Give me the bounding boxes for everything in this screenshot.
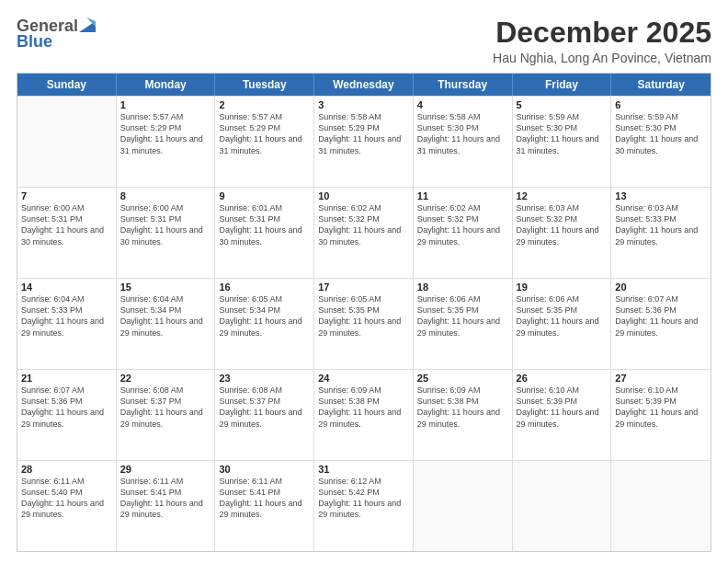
calendar-cell: 9Sunrise: 6:01 AMSunset: 5:31 PMDaylight… [215, 188, 314, 278]
day-info: Sunrise: 6:02 AMSunset: 5:32 PMDaylight:… [318, 202, 409, 247]
day-number: 3 [318, 99, 409, 110]
day-info: Sunrise: 5:59 AMSunset: 5:30 PMDaylight:… [517, 111, 608, 156]
title-section: December 2025 Hau Nghia, Long An Povince… [493, 17, 711, 65]
calendar-cell: 12Sunrise: 6:03 AMSunset: 5:32 PMDayligh… [513, 188, 612, 278]
day-info: Sunrise: 6:11 AMSunset: 5:41 PMDaylight:… [120, 476, 211, 521]
calendar-header: SundayMondayTuesdayWednesdayThursdayFrid… [17, 74, 711, 96]
calendar-cell: 10Sunrise: 6:02 AMSunset: 5:32 PMDayligh… [314, 188, 414, 278]
day-info: Sunrise: 6:04 AMSunset: 5:34 PMDaylight:… [120, 293, 211, 339]
day-number: 8 [120, 190, 211, 201]
day-number: 17 [318, 282, 409, 293]
logo-icon [79, 17, 96, 32]
day-number: 25 [417, 373, 508, 384]
day-info: Sunrise: 6:09 AMSunset: 5:38 PMDaylight:… [417, 385, 508, 430]
month-title: December 2025 [493, 17, 711, 49]
calendar-row: 14Sunrise: 6:04 AMSunset: 5:33 PMDayligh… [17, 278, 711, 369]
calendar-cell [513, 461, 612, 551]
header: General Blue December 2025 Hau Nghia, Lo… [17, 17, 711, 65]
day-number: 14 [21, 282, 112, 293]
calendar-cell: 30Sunrise: 6:11 AMSunset: 5:41 PMDayligh… [215, 461, 314, 551]
day-info: Sunrise: 6:11 AMSunset: 5:40 PMDaylight:… [21, 476, 112, 521]
calendar-cell: 31Sunrise: 6:12 AMSunset: 5:42 PMDayligh… [314, 461, 414, 551]
calendar-body: 1Sunrise: 5:57 AMSunset: 5:29 PMDaylight… [17, 96, 711, 551]
day-number: 5 [517, 99, 608, 110]
day-info: Sunrise: 6:07 AMSunset: 5:36 PMDaylight:… [21, 385, 112, 430]
calendar-cell: 23Sunrise: 6:08 AMSunset: 5:37 PMDayligh… [215, 370, 314, 460]
day-header-saturday: Saturday [611, 74, 711, 96]
day-info: Sunrise: 6:11 AMSunset: 5:41 PMDaylight:… [219, 476, 310, 521]
day-info: Sunrise: 6:08 AMSunset: 5:37 PMDaylight:… [219, 385, 310, 430]
day-info: Sunrise: 5:58 AMSunset: 5:29 PMDaylight:… [318, 111, 409, 156]
calendar-cell: 20Sunrise: 6:07 AMSunset: 5:36 PMDayligh… [611, 279, 711, 369]
day-info: Sunrise: 6:00 AMSunset: 5:31 PMDaylight:… [21, 202, 112, 247]
calendar-cell: 24Sunrise: 6:09 AMSunset: 5:38 PMDayligh… [314, 370, 414, 460]
calendar-cell: 7Sunrise: 6:00 AMSunset: 5:31 PMDaylight… [17, 188, 117, 278]
day-info: Sunrise: 5:57 AMSunset: 5:29 PMDaylight:… [120, 111, 211, 156]
calendar-cell: 14Sunrise: 6:04 AMSunset: 5:33 PMDayligh… [17, 279, 117, 369]
day-number: 13 [615, 190, 707, 201]
calendar-row: 1Sunrise: 5:57 AMSunset: 5:29 PMDaylight… [17, 96, 711, 187]
calendar-cell: 11Sunrise: 6:02 AMSunset: 5:32 PMDayligh… [414, 188, 513, 278]
calendar-cell: 8Sunrise: 6:00 AMSunset: 5:31 PMDaylight… [117, 188, 216, 278]
calendar-cell: 1Sunrise: 5:57 AMSunset: 5:29 PMDaylight… [117, 97, 216, 187]
calendar: SundayMondayTuesdayWednesdayThursdayFrid… [17, 73, 711, 552]
day-number: 15 [120, 282, 211, 293]
calendar-row: 28Sunrise: 6:11 AMSunset: 5:40 PMDayligh… [17, 460, 711, 551]
day-info: Sunrise: 6:06 AMSunset: 5:35 PMDaylight:… [517, 293, 608, 339]
day-number: 12 [517, 190, 608, 201]
day-info: Sunrise: 6:05 AMSunset: 5:35 PMDaylight:… [318, 293, 409, 339]
day-info: Sunrise: 5:57 AMSunset: 5:29 PMDaylight:… [219, 111, 310, 156]
day-header-thursday: Thursday [414, 74, 513, 96]
day-info: Sunrise: 6:08 AMSunset: 5:37 PMDaylight:… [120, 385, 211, 430]
subtitle: Hau Nghia, Long An Povince, Vietnam [493, 51, 711, 65]
day-info: Sunrise: 6:05 AMSunset: 5:34 PMDaylight:… [219, 293, 310, 339]
day-info: Sunrise: 6:10 AMSunset: 5:39 PMDaylight:… [615, 385, 707, 430]
calendar-cell [414, 461, 513, 551]
day-header-tuesday: Tuesday [215, 74, 314, 96]
day-number: 9 [219, 190, 310, 201]
day-number: 31 [318, 464, 409, 475]
calendar-cell: 2Sunrise: 5:57 AMSunset: 5:29 PMDaylight… [215, 97, 314, 187]
day-info: Sunrise: 6:12 AMSunset: 5:42 PMDaylight:… [318, 476, 409, 521]
day-info: Sunrise: 6:09 AMSunset: 5:38 PMDaylight:… [318, 385, 409, 430]
day-info: Sunrise: 6:03 AMSunset: 5:32 PMDaylight:… [517, 202, 608, 247]
day-info: Sunrise: 6:02 AMSunset: 5:32 PMDaylight:… [417, 202, 508, 247]
day-header-wednesday: Wednesday [314, 74, 414, 96]
day-info: Sunrise: 6:07 AMSunset: 5:36 PMDaylight:… [615, 293, 707, 339]
day-header-monday: Monday [117, 74, 216, 96]
day-info: Sunrise: 6:04 AMSunset: 5:33 PMDaylight:… [21, 293, 112, 339]
calendar-row: 7Sunrise: 6:00 AMSunset: 5:31 PMDaylight… [17, 187, 711, 278]
calendar-cell: 29Sunrise: 6:11 AMSunset: 5:41 PMDayligh… [117, 461, 216, 551]
calendar-cell: 16Sunrise: 6:05 AMSunset: 5:34 PMDayligh… [215, 279, 314, 369]
calendar-cell: 28Sunrise: 6:11 AMSunset: 5:40 PMDayligh… [17, 461, 117, 551]
calendar-cell: 15Sunrise: 6:04 AMSunset: 5:34 PMDayligh… [117, 279, 216, 369]
day-number: 19 [517, 282, 608, 293]
day-info: Sunrise: 6:01 AMSunset: 5:31 PMDaylight:… [219, 202, 310, 247]
calendar-cell: 21Sunrise: 6:07 AMSunset: 5:36 PMDayligh… [17, 370, 117, 460]
day-number: 16 [219, 282, 310, 293]
calendar-row: 21Sunrise: 6:07 AMSunset: 5:36 PMDayligh… [17, 369, 711, 460]
day-header-friday: Friday [513, 74, 612, 96]
day-number: 1 [120, 99, 211, 110]
day-number: 18 [417, 282, 508, 293]
day-number: 24 [318, 373, 409, 384]
day-number: 22 [120, 373, 211, 384]
calendar-cell: 13Sunrise: 6:03 AMSunset: 5:33 PMDayligh… [611, 188, 711, 278]
day-number: 30 [219, 464, 310, 475]
day-number: 6 [615, 99, 707, 110]
calendar-cell: 26Sunrise: 6:10 AMSunset: 5:39 PMDayligh… [513, 370, 612, 460]
calendar-cell: 22Sunrise: 6:08 AMSunset: 5:37 PMDayligh… [117, 370, 216, 460]
calendar-cell: 18Sunrise: 6:06 AMSunset: 5:35 PMDayligh… [414, 279, 513, 369]
day-info: Sunrise: 6:06 AMSunset: 5:35 PMDaylight:… [417, 293, 508, 339]
calendar-cell: 6Sunrise: 5:59 AMSunset: 5:30 PMDaylight… [611, 97, 711, 187]
calendar-cell: 17Sunrise: 6:05 AMSunset: 5:35 PMDayligh… [314, 279, 414, 369]
day-number: 27 [615, 373, 707, 384]
day-info: Sunrise: 5:58 AMSunset: 5:30 PMDaylight:… [417, 111, 508, 156]
calendar-cell: 19Sunrise: 6:06 AMSunset: 5:35 PMDayligh… [513, 279, 612, 369]
day-number: 10 [318, 190, 409, 201]
day-info: Sunrise: 6:00 AMSunset: 5:31 PMDaylight:… [120, 202, 211, 247]
day-number: 2 [219, 99, 310, 110]
day-number: 20 [615, 282, 707, 293]
calendar-cell [17, 97, 117, 187]
calendar-cell [611, 461, 711, 551]
